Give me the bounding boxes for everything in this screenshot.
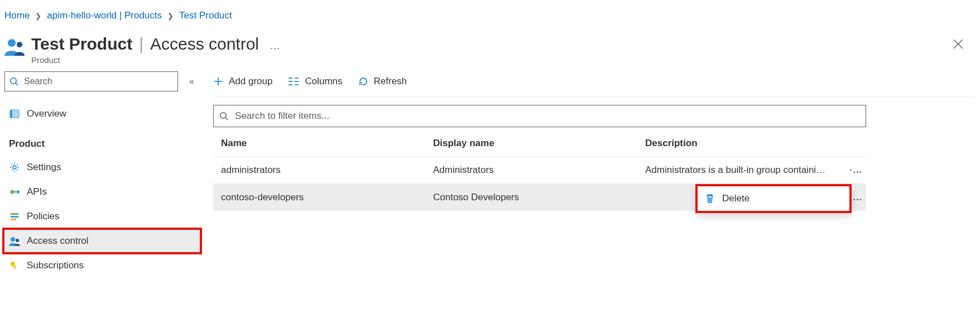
cmd-label: Columns (305, 76, 342, 87)
search-icon (9, 77, 18, 86)
breadcrumb-home[interactable]: Home (4, 10, 30, 21)
sidebar-item-apis[interactable]: APIs (3, 180, 201, 204)
sidebar: « Overview Product Settings (0, 70, 201, 278)
row-menu-button[interactable]: ··· (842, 165, 866, 176)
svg-point-1 (17, 42, 22, 47)
people-icon (9, 236, 20, 246)
more-icon[interactable]: ··· (270, 42, 280, 54)
content-panel: Add group Columns Refresh (201, 70, 980, 211)
page-title: Test Product | Access control (31, 35, 259, 54)
key-icon (9, 261, 20, 271)
col-name[interactable]: Name (213, 138, 425, 149)
chevron-right-icon: ❯ (35, 12, 41, 20)
svg-rect-7 (10, 110, 12, 118)
breadcrumb-products[interactable]: apim-hello-world | Products (47, 10, 162, 21)
columns-button[interactable]: Columns (288, 76, 342, 87)
collapse-sidebar-icon[interactable]: « (189, 76, 200, 86)
command-bar: Add group Columns Refresh (213, 70, 974, 97)
svg-rect-11 (11, 216, 18, 218)
svg-point-8 (13, 166, 16, 169)
cmd-label: Refresh (374, 76, 407, 87)
resource-type-label: Product (31, 55, 259, 65)
svg-line-26 (225, 118, 228, 120)
sidebar-item-label: Access control (27, 235, 89, 247)
svg-rect-16 (13, 265, 17, 269)
policies-icon (9, 211, 20, 221)
add-group-button[interactable]: Add group (213, 76, 272, 87)
trash-icon (705, 194, 714, 204)
sidebar-item-label: APIs (27, 186, 47, 197)
cell-display: Administrators (425, 165, 637, 176)
svg-point-25 (220, 112, 227, 118)
columns-icon (288, 77, 299, 86)
groups-table: Name Display name Description administra… (213, 131, 866, 211)
table-row[interactable]: contoso-developers Contoso Developers ··… (213, 184, 866, 211)
svg-point-9 (11, 190, 15, 194)
sidebar-item-overview[interactable]: Overview (3, 102, 201, 126)
cmd-label: Add group (229, 76, 272, 87)
svg-point-14 (16, 239, 19, 242)
people-icon (4, 37, 26, 56)
page-header: Test Product | Access control Product ··… (0, 26, 980, 70)
table-header: Name Display name Description (213, 131, 866, 157)
gear-icon (9, 162, 20, 172)
svg-rect-12 (11, 219, 16, 220)
search-icon (219, 112, 228, 120)
sidebar-item-label: Subscriptions (27, 260, 84, 271)
svg-point-0 (8, 39, 16, 47)
filter-box[interactable] (213, 105, 866, 127)
col-display-name[interactable]: Display name (425, 138, 637, 149)
sidebar-item-label: Settings (27, 162, 61, 173)
cell-desc: Administrators is a built-in group conta… (637, 165, 842, 176)
svg-rect-10 (11, 213, 18, 215)
context-delete[interactable]: Delete (698, 186, 849, 211)
svg-point-15 (11, 262, 15, 266)
filter-input[interactable] (234, 110, 860, 122)
svg-line-5 (16, 83, 18, 85)
sidebar-item-policies[interactable]: Policies (3, 204, 201, 229)
sidebar-section-product: Product (3, 126, 201, 155)
apis-icon (9, 187, 20, 197)
svg-point-13 (11, 237, 15, 242)
sidebar-search-input[interactable] (23, 76, 173, 87)
plus-icon (213, 76, 223, 86)
chevron-right-icon: ❯ (167, 12, 174, 20)
title-divider: | (139, 35, 143, 54)
row-context-menu: Delete (695, 184, 852, 213)
svg-point-4 (11, 78, 17, 84)
cell-display: Contoso Developers (425, 192, 637, 203)
page-title-resource: Test Product (31, 35, 132, 54)
sidebar-item-settings[interactable]: Settings (3, 155, 201, 180)
context-item-label: Delete (722, 193, 750, 204)
cell-name: administrators (213, 165, 425, 176)
sidebar-search[interactable] (4, 71, 178, 91)
refresh-icon (358, 76, 368, 86)
table-row[interactable]: administrators Administrators Administra… (213, 157, 866, 184)
page-title-blade: Access control (150, 35, 259, 54)
col-description[interactable]: Description (637, 138, 842, 149)
sidebar-item-subscriptions[interactable]: Subscriptions (3, 253, 201, 278)
breadcrumb-test-product[interactable]: Test Product (179, 10, 232, 21)
breadcrumb: Home ❯ apim-hello-world | Products ❯ Tes… (0, 0, 980, 26)
cell-name: contoso-developers (213, 192, 425, 203)
sidebar-item-label: Policies (27, 211, 60, 222)
refresh-button[interactable]: Refresh (358, 76, 407, 87)
overview-icon (9, 109, 20, 119)
sidebar-item-label: Overview (27, 108, 66, 119)
sidebar-item-access-control[interactable]: Access control (3, 229, 201, 253)
close-icon[interactable] (953, 35, 974, 49)
